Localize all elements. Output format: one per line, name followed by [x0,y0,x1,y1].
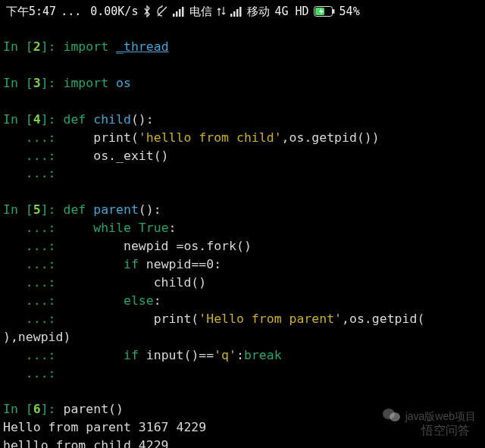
code-line: ...: print('helllo from child',os.getpid… [3,129,482,147]
svg-rect-4 [179,9,181,17]
code-line: ...: if newpid==0: [3,255,482,274]
code-line: helllo from child 4229 [3,437,482,448]
watermark-text-2: 悟空问答 [421,424,470,437]
status-speed: 0.00K/s [90,5,138,18]
code-line: ),newpid) [3,328,482,346]
signal-bars-1-icon [173,6,185,17]
code-line [3,92,482,111]
signal-bars-2-icon [230,6,242,17]
code-line: ...: newpid =os.fork() [3,237,482,255]
wechat-icon [383,408,401,425]
code-line: ...: print('Hello from parent',os.getpid… [3,310,482,328]
svg-rect-3 [176,11,178,17]
status-time: 下午5:47 [6,5,56,19]
svg-rect-9 [239,7,242,17]
status-carrier-1: 电信 [189,5,212,19]
battery-icon [314,6,335,17]
code-line: ...: [3,164,482,183]
watermark-text-1: java版web项目 [405,410,476,424]
svg-point-14 [390,412,400,421]
code-line: ...: child() [3,274,482,292]
code-line [3,383,482,401]
status-carrier-2: 移动 [247,5,270,19]
status-bar: 下午5:47 ... 0.00K/s 电信 移动 4G HD 54% [0,0,485,23]
code-line: ...: if input()=='q':break [3,346,482,365]
data-transfer-icon [217,6,226,17]
svg-rect-2 [173,14,175,17]
code-line: ...: while True: [3,219,482,237]
svg-rect-11 [333,9,335,14]
code-line: ...: os._exit() [3,147,482,165]
svg-rect-6 [230,14,233,17]
svg-rect-7 [233,11,236,17]
terminal-output[interactable]: In [2]: import _thread In [3]: import os… [0,23,485,448]
code-line: In [3]: import os [3,74,482,92]
code-line: ...: [3,365,482,383]
code-line: In [4]: def child(): [3,111,482,129]
code-line: In [5]: def parent(): [3,201,482,219]
code-line: In [2]: import _thread [3,38,482,56]
mute-icon [156,5,168,17]
code-line [3,56,482,74]
status-dots: ... [61,5,81,18]
bluetooth-icon [142,5,152,17]
svg-rect-8 [236,9,239,17]
svg-rect-5 [182,7,184,17]
status-network: 4G HD [274,5,308,18]
battery-percent: 54% [340,5,360,18]
code-line [3,183,482,201]
watermark-wukong: 悟空问答 [421,423,470,439]
code-line: ...: else: [3,292,482,310]
